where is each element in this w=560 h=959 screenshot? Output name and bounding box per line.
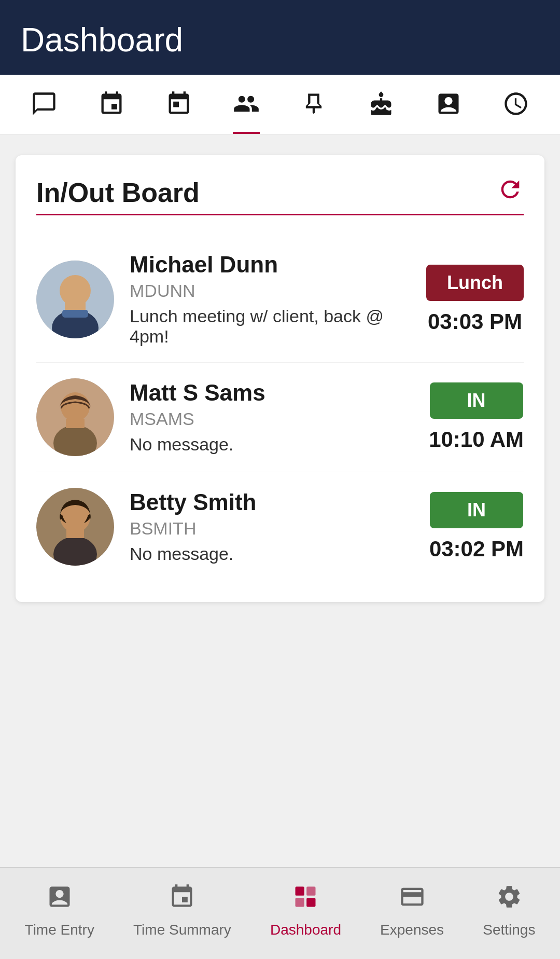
bottom-navigation: Time Entry Time Summary Dashboard Expens… [0, 867, 560, 959]
employee-status: Lunch 03:03 PM [426, 265, 524, 334]
time-summary-icon [169, 883, 195, 916]
employee-name: Betty Smith [130, 489, 414, 515]
svg-rect-16 [307, 898, 316, 907]
nav-label-time-summary: Time Summary [133, 922, 231, 938]
employee-row: Matt S Sams MSAMS No message. IN 10:10 A… [36, 363, 524, 472]
toolbar-calendar-clock[interactable] [98, 90, 125, 134]
app-header: Dashboard [0, 0, 560, 75]
toolbar-clock[interactable] [502, 90, 529, 134]
employee-message: Lunch meeting w/ client, back @ 4pm! [130, 306, 411, 347]
employee-status: IN 03:02 PM [429, 492, 524, 561]
expenses-icon [399, 883, 426, 916]
nav-item-expenses[interactable]: Expenses [370, 878, 454, 943]
nav-item-time-summary[interactable]: Time Summary [123, 878, 242, 943]
nav-label-time-entry: Time Entry [25, 922, 94, 938]
chat-icon [31, 90, 58, 124]
dashboard-icon [292, 883, 319, 916]
svg-rect-15 [296, 898, 304, 907]
employee-info: Betty Smith BSMITH No message. [130, 489, 414, 564]
svg-rect-12 [66, 529, 84, 538]
status-badge: IN [430, 492, 523, 528]
top-toolbar [0, 75, 560, 134]
toolbar-chat[interactable] [31, 90, 58, 134]
page-title: Dashboard [21, 21, 539, 59]
status-badge: IN [430, 382, 523, 419]
pin-icon [300, 90, 327, 124]
nav-item-settings[interactable]: Settings [472, 878, 545, 943]
main-content: In/Out Board Michael Dunn MDUNN Lunch [0, 134, 560, 867]
calendar-icon [165, 90, 192, 124]
card-divider [36, 214, 524, 215]
clock-icon [502, 90, 529, 124]
toolbar-time-report[interactable] [435, 90, 462, 134]
toolbar-birthday[interactable] [368, 90, 395, 134]
employee-info: Matt S Sams MSAMS No message. [130, 380, 413, 455]
status-time: 10:10 AM [429, 427, 524, 452]
employee-status: IN 10:10 AM [429, 382, 524, 452]
employee-name: Matt S Sams [130, 380, 413, 406]
employee-row: Betty Smith BSMITH No message. IN 03:02 … [36, 472, 524, 581]
nav-item-dashboard[interactable]: Dashboard [260, 878, 352, 943]
calendar-clock-icon [98, 90, 125, 124]
svg-rect-14 [307, 887, 316, 896]
nav-label-dashboard: Dashboard [270, 922, 341, 938]
card-header: In/Out Board [36, 176, 524, 209]
svg-rect-13 [296, 887, 304, 896]
status-time: 03:02 PM [429, 537, 524, 561]
toolbar-pin[interactable] [300, 90, 327, 134]
nav-label-expenses: Expenses [380, 922, 444, 938]
avatar [36, 261, 114, 338]
settings-icon [496, 883, 523, 916]
toolbar-calendar[interactable] [165, 90, 192, 134]
status-time: 03:03 PM [428, 309, 522, 334]
refresh-icon[interactable] [497, 176, 524, 209]
nav-label-settings: Settings [483, 922, 535, 938]
nav-item-time-entry[interactable]: Time Entry [15, 878, 105, 943]
employee-username: MDUNN [130, 281, 411, 301]
birthday-icon [368, 90, 395, 124]
employee-name: Michael Dunn [130, 252, 411, 278]
employee-message: No message. [130, 544, 414, 564]
employee-username: MSAMS [130, 409, 413, 429]
people-icon [233, 90, 260, 124]
svg-rect-4 [62, 310, 88, 318]
inout-board-card: In/Out Board Michael Dunn MDUNN Lunch [16, 155, 544, 602]
employee-info: Michael Dunn MDUNN Lunch meeting w/ clie… [130, 252, 411, 347]
time-entry-icon [46, 883, 73, 916]
avatar [36, 378, 114, 456]
toolbar-people[interactable] [233, 90, 260, 134]
employee-message: No message. [130, 434, 413, 455]
employee-row: Michael Dunn MDUNN Lunch meeting w/ clie… [36, 236, 524, 363]
svg-rect-8 [66, 419, 85, 428]
avatar [36, 488, 114, 566]
card-title: In/Out Board [36, 177, 200, 208]
status-badge: Lunch [426, 265, 524, 301]
time-report-icon [435, 90, 462, 124]
svg-point-1 [60, 275, 91, 306]
employee-username: BSMITH [130, 518, 414, 539]
